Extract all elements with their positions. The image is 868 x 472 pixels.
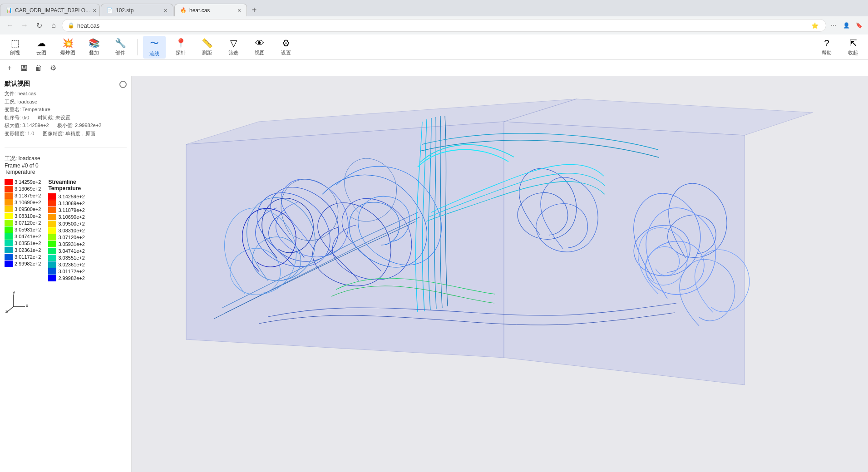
toolbar-parts[interactable]: 🔧 部件 xyxy=(109,36,132,59)
toolbar-streamline[interactable]: 〜 流线 xyxy=(143,36,166,59)
panel-title: 默认视图 xyxy=(5,80,127,88)
streamline-label: 流线 xyxy=(149,50,159,57)
tab-label-1: CAR_ODB_IMPACT_D3PLO... xyxy=(15,7,90,14)
bookmark-icon[interactable]: 🔖 xyxy=(853,20,864,31)
measure-label: 测距 xyxy=(202,49,212,56)
frame-value: 0/0 xyxy=(22,115,29,120)
filter-label: 筛选 xyxy=(228,49,238,56)
toolbar-explode[interactable]: 💥 爆炸图 xyxy=(56,36,79,59)
new-tab-button[interactable]: + xyxy=(248,4,261,16)
val-7: 3.05931e+2 xyxy=(15,227,41,232)
val-10: 3.02361e+2 xyxy=(15,247,41,253)
address-text: heat.cas xyxy=(77,22,99,29)
frame-label-info: 帧序号: xyxy=(5,115,21,120)
toolbar-probe[interactable]: 📍 探针 xyxy=(169,36,192,59)
add-button[interactable]: + xyxy=(4,62,15,74)
val-3: 3.10690e+2 xyxy=(15,200,41,205)
tab-icon-3: 🔥 xyxy=(180,7,187,13)
toolbar-view[interactable]: 👁 视图 xyxy=(248,36,271,59)
frame-text: Frame #0 of 0 xyxy=(5,162,127,169)
val-12: 2.99982e+2 xyxy=(15,261,41,266)
slice-label: 剖视 xyxy=(10,49,20,56)
max-label: 极大值: xyxy=(5,123,21,128)
svg-rect-2 xyxy=(22,69,26,71)
min-value: 2.99982e+2 xyxy=(75,123,101,128)
view-icon: 👁 xyxy=(255,38,264,49)
tab-label-2: 102.stp xyxy=(116,7,133,14)
cloud-label: 云图 xyxy=(36,49,46,56)
tab-label-3: heat.cas xyxy=(189,7,210,14)
var-value: Temperature xyxy=(22,107,50,112)
help-label: 帮助 xyxy=(822,49,832,56)
view-label: 视图 xyxy=(255,49,265,56)
home-button[interactable]: ⌂ xyxy=(47,19,60,32)
address-icons: ⭐ xyxy=(809,20,820,31)
deform-value: 1.0 xyxy=(27,131,34,136)
min-label: 极小值: xyxy=(57,123,74,128)
x-axis-label: x xyxy=(26,303,28,308)
bookmark-star-icon[interactable]: ⭐ xyxy=(809,20,820,31)
tab-close-3[interactable]: × xyxy=(237,7,241,14)
explode-label: 爆炸图 xyxy=(60,49,75,56)
tab-bar: 📊 CAR_ODB_IMPACT_D3PLO... × 📄 102.stp × … xyxy=(0,0,868,16)
config-button[interactable]: ⚙ xyxy=(47,62,59,74)
svg-line-5 xyxy=(7,306,14,312)
delete-button[interactable]: 🗑 xyxy=(33,62,44,74)
val-8: 3.04741e+2 xyxy=(15,234,41,239)
streamline-icon: 〜 xyxy=(150,37,159,49)
toolbar-help[interactable]: ? 帮助 xyxy=(815,36,838,59)
filter-icon: ▽ xyxy=(230,38,237,49)
legend-left: 3.14259e+2 3.13069e+2 3.11879e+2 3.10690… xyxy=(5,179,41,281)
save-button[interactable] xyxy=(18,62,30,74)
var-label: 变量名: xyxy=(5,107,21,112)
legend-right: Streamline Temperature 3.14259e+2 3.1306… xyxy=(48,179,84,281)
val-0: 3.14259e+2 xyxy=(15,179,41,185)
address-input[interactable]: 🔒 heat.cas ⭐ xyxy=(62,19,826,32)
loadcase-text: 工况: loadcase xyxy=(5,155,127,162)
tab-icon-1: 📊 xyxy=(6,7,12,13)
val-1: 3.13069e+2 xyxy=(15,186,41,192)
forward-button[interactable]: → xyxy=(18,19,31,32)
panel-info: 文件: heat.cas 工况: loadcase 变量名: Temperatu… xyxy=(5,90,127,138)
stack-icon: 📚 xyxy=(89,38,100,49)
val-6: 3.07120e+2 xyxy=(15,220,41,226)
val-9: 3.03551e+2 xyxy=(15,241,41,246)
y-axis-label: y xyxy=(13,290,15,295)
toolbar-filter[interactable]: ▽ 筛选 xyxy=(222,36,245,59)
panel-toggle[interactable] xyxy=(119,81,127,88)
parts-icon: 🔧 xyxy=(115,38,126,49)
toolbar-cloud[interactable]: ☁ 云图 xyxy=(30,36,53,59)
toolbar-sep-1 xyxy=(137,39,138,55)
legend-columns: 3.14259e+2 3.13069e+2 3.11879e+2 3.10690… xyxy=(5,179,127,281)
tab-car-odb[interactable]: 📊 CAR_ODB_IMPACT_D3PLO... × xyxy=(0,4,100,16)
toolbar-slice[interactable]: ⬚ 剖视 xyxy=(4,36,26,59)
settings-label: 设置 xyxy=(281,49,291,56)
profile-icon[interactable]: 👤 xyxy=(841,20,852,31)
toolbar-collapse[interactable]: ⇱ 收起 xyxy=(842,36,864,59)
tab-102-stp[interactable]: 📄 102.stp × xyxy=(101,4,173,16)
streamline-visualization xyxy=(132,76,868,472)
measure-icon: 📏 xyxy=(202,38,213,49)
tab-close-1[interactable]: × xyxy=(93,7,96,14)
time-label: 时间截: xyxy=(38,115,54,120)
img-label: 图像精度: xyxy=(43,131,64,136)
streamline-header: Streamline xyxy=(48,179,84,185)
toolbar-stack[interactable]: 📚 叠加 xyxy=(83,36,105,59)
toolbar-measure[interactable]: 📏 测距 xyxy=(196,36,218,59)
axes-indicator: y x z xyxy=(5,290,32,313)
viewport[interactable] xyxy=(132,76,868,472)
tab-close-2[interactable]: × xyxy=(164,7,168,14)
probe-icon: 📍 xyxy=(175,38,187,49)
left-panel: 默认视图 文件: heat.cas 工况: loadcase 变量名: Temp… xyxy=(0,76,132,472)
main-area: 默认视图 文件: heat.cas 工况: loadcase 变量名: Temp… xyxy=(0,76,868,472)
tab-heat-cas[interactable]: 🔥 heat.cas × xyxy=(174,4,247,16)
svg-rect-1 xyxy=(23,65,25,68)
streamline-sub: Temperature xyxy=(48,185,84,192)
svg-marker-8 xyxy=(504,122,745,385)
extensions-icon[interactable]: ⋯ xyxy=(828,20,839,31)
back-button[interactable]: ← xyxy=(4,19,16,32)
toolbar-settings[interactable]: ⚙ 设置 xyxy=(275,36,297,59)
file-label: 文件: xyxy=(5,91,16,96)
reload-button[interactable]: ↻ xyxy=(33,19,45,32)
val-2: 3.11879e+2 xyxy=(15,193,41,198)
